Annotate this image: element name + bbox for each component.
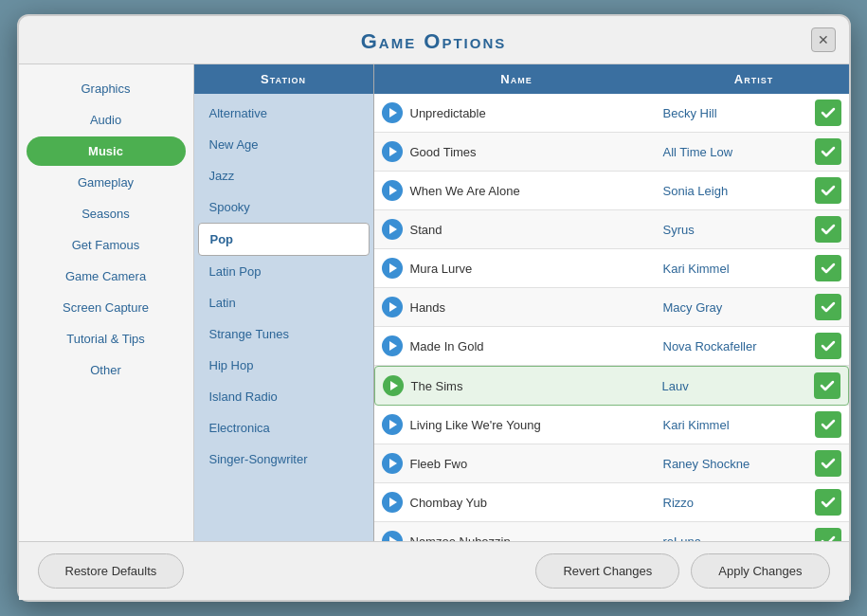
track-row[interactable]: UnpredictableBecky Hill <box>374 94 849 133</box>
track-artist: Syrus <box>663 223 815 237</box>
svg-marker-6 <box>389 341 397 351</box>
nav-item-game-camera[interactable]: Game Camera <box>27 262 186 291</box>
station-item-strange-tunes[interactable]: Strange Tunes <box>194 318 373 350</box>
station-item-alternative[interactable]: Alternative <box>194 98 373 129</box>
play-icon[interactable] <box>382 335 403 356</box>
svg-marker-10 <box>389 498 397 507</box>
close-button[interactable]: ✕ <box>811 27 836 52</box>
track-row[interactable]: HandsMacy Gray <box>374 288 849 327</box>
game-options-modal: Game Options ✕ GraphicsAudioMusicGamepla… <box>17 14 851 602</box>
station-item-island-radio[interactable]: Island Radio <box>194 381 373 412</box>
station-item-electronica[interactable]: Electronica <box>194 412 373 444</box>
track-artist: Lauv <box>662 379 814 393</box>
modal-title: Game Options <box>361 29 507 53</box>
track-row[interactable]: Made In GoldNova Rockafeller <box>374 327 849 366</box>
play-icon[interactable] <box>382 414 403 435</box>
svg-marker-0 <box>389 108 397 118</box>
station-item-singer-songwriter[interactable]: Singer-Songwriter <box>194 444 373 475</box>
track-artist: Sonia Leigh <box>663 184 815 198</box>
svg-marker-8 <box>389 420 397 429</box>
left-nav: GraphicsAudioMusicGameplaySeasonsGet Fam… <box>19 64 194 541</box>
play-icon[interactable] <box>382 180 403 201</box>
svg-marker-1 <box>389 147 397 156</box>
station-list: AlternativeNew AgeJazzSpookyPopLatin Pop… <box>194 94 373 541</box>
restore-defaults-button[interactable]: Restore Defaults <box>38 553 185 589</box>
track-artist: Kari Kimmel <box>663 418 815 432</box>
station-panel: Station AlternativeNew AgeJazzSpookyPopL… <box>194 64 374 541</box>
track-checkbox[interactable] <box>815 294 841 320</box>
track-row[interactable]: Fleeb FwoRaney Shockne <box>374 444 849 483</box>
nav-item-seasons[interactable]: Seasons <box>27 199 186 228</box>
nav-item-gameplay[interactable]: Gameplay <box>27 168 186 197</box>
track-name: Mura Lurve <box>410 262 663 276</box>
modal-footer: Restore Defaults Revert Changes Apply Ch… <box>19 541 849 600</box>
station-item-hip-hop[interactable]: Hip Hop <box>194 350 373 381</box>
play-icon[interactable] <box>382 453 403 474</box>
tracks-list: UnpredictableBecky HillGood TimesAll Tim… <box>374 94 849 541</box>
track-artist: Nova Rockafeller <box>663 339 815 353</box>
station-item-spooky[interactable]: Spooky <box>194 191 373 223</box>
track-row[interactable]: The SimsLauv <box>374 366 849 406</box>
track-artist: Rizzo <box>663 496 815 510</box>
track-artist: All Time Low <box>663 145 815 159</box>
station-item-pop[interactable]: Pop <box>198 223 370 256</box>
station-item-latin[interactable]: Latin <box>194 287 373 318</box>
track-checkbox[interactable] <box>814 372 840 399</box>
play-icon[interactable] <box>382 141 403 162</box>
track-row[interactable]: Good TimesAll Time Low <box>374 133 849 172</box>
track-row[interactable]: Mura LurveKari Kimmel <box>374 249 849 288</box>
nav-item-audio[interactable]: Audio <box>27 105 186 135</box>
footer-right-buttons: Revert Changes Apply Changes <box>535 553 829 589</box>
track-name: The Sims <box>411 379 662 393</box>
track-checkbox[interactable] <box>815 255 841 281</box>
track-name: Namzoe Nubozzip <box>410 534 663 542</box>
track-checkbox[interactable] <box>815 138 841 165</box>
track-checkbox[interactable] <box>815 100 841 126</box>
nav-item-graphics[interactable]: Graphics <box>27 74 186 103</box>
play-icon[interactable] <box>382 297 403 317</box>
track-row[interactable]: Namzoe NubozzipreLuna <box>374 522 849 541</box>
play-icon[interactable] <box>382 258 403 279</box>
play-icon[interactable] <box>382 219 403 240</box>
nav-item-screen-capture[interactable]: Screen Capture <box>27 293 186 322</box>
tracks-header: Name Artist <box>374 64 849 94</box>
track-checkbox[interactable] <box>815 450 841 477</box>
apply-changes-button[interactable]: Apply Changes <box>691 553 829 589</box>
tracks-col-artist: Artist <box>659 64 849 94</box>
nav-item-get-famous[interactable]: Get Famous <box>27 230 186 260</box>
play-icon[interactable] <box>382 102 403 123</box>
track-row[interactable]: When We Are AloneSonia Leigh <box>374 172 849 210</box>
track-row[interactable]: Chombay YubRizzo <box>374 483 849 522</box>
track-checkbox[interactable] <box>815 528 841 541</box>
nav-item-other[interactable]: Other <box>27 355 186 385</box>
track-name: Made In Gold <box>410 339 663 353</box>
station-header: Station <box>194 64 373 94</box>
station-item-new-age[interactable]: New Age <box>194 129 373 160</box>
track-checkbox[interactable] <box>815 177 841 204</box>
station-item-jazz[interactable]: Jazz <box>194 160 373 191</box>
track-row[interactable]: StandSyrus <box>374 210 849 249</box>
track-name: Fleeb Fwo <box>410 457 663 471</box>
tracks-panel: Name Artist UnpredictableBecky HillGood … <box>374 64 849 541</box>
track-name: Chombay Yub <box>410 496 663 510</box>
nav-item-tutorial[interactable]: Tutorial & Tips <box>27 324 186 353</box>
track-checkbox[interactable] <box>815 489 841 516</box>
svg-marker-7 <box>390 381 398 390</box>
play-icon[interactable] <box>382 531 403 541</box>
track-name: Unpredictable <box>410 106 663 120</box>
track-checkbox[interactable] <box>815 411 841 438</box>
track-name: Living Like We're Young <box>410 418 663 432</box>
play-icon[interactable] <box>382 492 403 513</box>
svg-marker-2 <box>389 186 397 195</box>
modal-body: GraphicsAudioMusicGameplaySeasonsGet Fam… <box>19 63 849 541</box>
modal-header: Game Options ✕ <box>19 16 849 63</box>
nav-item-music[interactable]: Music <box>27 136 186 166</box>
track-checkbox[interactable] <box>815 216 841 243</box>
revert-changes-button[interactable]: Revert Changes <box>535 553 679 589</box>
track-name: Stand <box>410 223 663 237</box>
station-item-latin-pop[interactable]: Latin Pop <box>194 256 373 287</box>
track-row[interactable]: Living Like We're YoungKari Kimmel <box>374 406 849 444</box>
playing-icon[interactable] <box>383 375 404 396</box>
track-name: Good Times <box>410 145 663 159</box>
track-checkbox[interactable] <box>815 333 841 359</box>
